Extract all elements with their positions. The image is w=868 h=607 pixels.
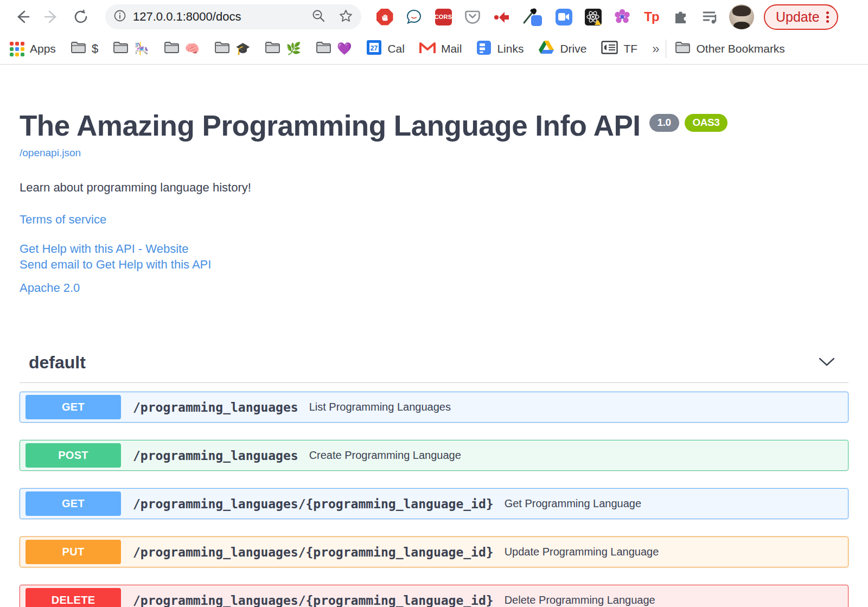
endpoint-row[interactable]: PUT /programming_languages/{programming_…	[20, 536, 848, 567]
toucan-extension-icon[interactable]: Tp	[642, 8, 661, 26]
bookmark-mail[interactable]: Mail	[419, 41, 462, 57]
api-title: The Amazing Programming Language Info AP…	[20, 110, 848, 142]
endpoint-row[interactable]: GET /programming_languages List Programm…	[20, 392, 848, 423]
endpoint-summary: Update Programming Language	[505, 546, 659, 558]
extensions-puzzle-icon[interactable]	[672, 8, 690, 26]
bookmarks-bar: Apps $ 🎠 🧠 🎓 🌿 💜	[0, 34, 868, 65]
folder-icon	[675, 41, 691, 56]
bookmark-label: Apps	[30, 42, 56, 55]
react-devtools-extension-icon[interactable]	[584, 8, 602, 26]
google-drive-icon	[538, 40, 554, 57]
folder-emoji-label: 💜	[337, 42, 352, 56]
bookmark-folder[interactable]: 🧠	[164, 41, 200, 56]
apps-grid-icon	[10, 42, 24, 56]
endpoint-path: /programming_languages	[133, 400, 298, 414]
browser-menu-icon[interactable]	[826, 11, 829, 23]
profile-avatar[interactable]	[729, 4, 754, 29]
google-calendar-icon: 27	[366, 40, 382, 58]
bookmark-drive[interactable]: Drive	[538, 40, 586, 57]
api-description: Learn about programming language history…	[20, 181, 848, 195]
svg-text:27: 27	[371, 44, 378, 52]
folder-icon	[164, 41, 180, 56]
reload-button[interactable]	[71, 7, 91, 27]
update-label: Update	[776, 9, 820, 25]
section-default-header[interactable]: default	[20, 347, 848, 383]
zoom-out-icon[interactable]	[311, 9, 326, 25]
folder-icon	[214, 41, 230, 56]
back-button[interactable]	[12, 7, 32, 27]
gmail-icon	[419, 41, 436, 57]
share-arrow-extension-icon[interactable]	[493, 8, 511, 26]
bookmark-folder[interactable]: 🎓	[214, 41, 250, 56]
bookmark-folder[interactable]: 🌿	[265, 41, 301, 56]
update-button[interactable]: Update	[764, 4, 838, 30]
bookmark-star-icon[interactable]	[339, 9, 353, 25]
chat-bubble-extension-icon[interactable]	[405, 8, 423, 26]
bookmark-label: TF	[623, 42, 637, 55]
endpoint-row[interactable]: DELETE /programming_languages/{programmi…	[20, 585, 848, 607]
url-text[interactable]: 127.0.0.1:8000/docs	[133, 10, 311, 24]
version-badge: 1.0	[649, 114, 679, 132]
endpoint-summary: Delete Programming Language	[505, 594, 655, 606]
endpoint-path: /programming_languages/{programming_lang…	[133, 545, 494, 559]
chevron-down-icon[interactable]	[818, 357, 835, 369]
cors-extension-icon[interactable]: CORS	[434, 8, 452, 26]
operations-list: GET /programming_languages List Programm…	[20, 392, 848, 607]
endpoint-row[interactable]: GET /programming_languages/{programming_…	[20, 488, 848, 519]
terms-of-service-link[interactable]: Terms of service	[20, 213, 848, 227]
endpoint-path: /programming_languages/{programming_lang…	[133, 593, 494, 607]
endpoint-summary: Get Programming Language	[505, 497, 641, 510]
help-email-link[interactable]: Send email to Get Help with this API	[20, 257, 848, 272]
bookmark-folder[interactable]: 🎠	[113, 41, 149, 56]
folder-icon	[113, 41, 129, 56]
bookmarks-overflow-chevron[interactable]: »	[652, 41, 659, 56]
endpoint-summary: Create Programming Language	[309, 449, 461, 462]
bookmark-cal[interactable]: 27 Cal	[366, 40, 405, 58]
bookmark-label: Drive	[560, 42, 586, 55]
other-bookmarks[interactable]: Other Bookmarks	[675, 41, 784, 56]
folder-emoji-label: $	[92, 42, 98, 56]
bookmark-label: Cal	[387, 42, 405, 55]
adblock-extension-icon[interactable]	[375, 8, 394, 26]
endpoint-summary: List Programming Languages	[309, 401, 451, 413]
bookmark-tf[interactable]: TF	[601, 41, 637, 57]
license-link[interactable]: Apache 2.0	[20, 281, 848, 295]
address-bar[interactable]: 127.0.0.1:8000/docs	[105, 4, 361, 29]
openapi-spec-link[interactable]: /openapi.json	[20, 147, 81, 158]
oas3-badge: OAS3	[685, 114, 728, 132]
folder-icon	[71, 41, 86, 56]
endpoint-row[interactable]: POST /programming_languages Create Progr…	[20, 440, 848, 471]
bookmark-label: Mail	[441, 42, 462, 55]
playlist-extension-icon[interactable]	[701, 8, 719, 26]
folder-emoji-label: 🌿	[286, 42, 301, 56]
bookmark-apps[interactable]: Apps	[10, 42, 56, 56]
folder-emoji-label: 🧠	[185, 42, 200, 56]
swagger-docs-page: The Amazing Programming Language Info AP…	[0, 110, 868, 607]
endpoint-path: /programming_languages	[133, 449, 298, 463]
feed-doc-icon	[601, 41, 618, 57]
bookmark-folder[interactable]: $	[71, 41, 98, 56]
folder-emoji-label: 🎓	[235, 42, 250, 56]
forward-button[interactable]	[42, 7, 61, 27]
http-method-badge: DELETE	[25, 588, 121, 607]
flower-extension-icon[interactable]	[613, 8, 631, 26]
bookmark-links[interactable]: Links	[476, 40, 524, 58]
bookmark-label: Links	[497, 42, 524, 55]
http-method-badge: GET	[25, 491, 121, 516]
bookmarks-divider	[666, 40, 666, 58]
bookmark-label: Other Bookmarks	[696, 42, 784, 55]
color-picker-extension-icon[interactable]	[522, 8, 544, 26]
site-info-icon[interactable]	[113, 9, 126, 24]
bookmark-folder[interactable]: 💜	[316, 41, 352, 56]
blue-list-icon	[476, 40, 492, 58]
http-method-badge: GET	[25, 395, 121, 419]
folder-icon	[265, 41, 280, 56]
section-title: default	[29, 353, 86, 373]
pocket-extension-icon[interactable]	[463, 8, 482, 26]
folder-emoji-label: 🎠	[134, 42, 149, 56]
help-website-link[interactable]: Get Help with this API - Website	[20, 241, 848, 257]
http-method-badge: PUT	[25, 540, 121, 564]
endpoint-path: /programming_languages/{programming_lang…	[133, 497, 494, 511]
folder-icon	[316, 41, 331, 56]
video-call-extension-icon[interactable]	[554, 8, 573, 26]
